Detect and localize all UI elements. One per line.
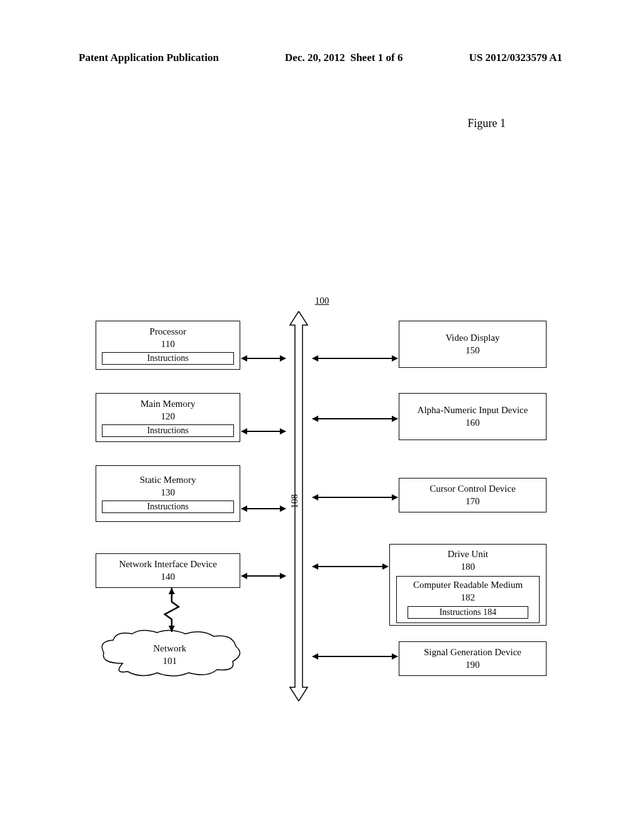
static-memory-instructions: Instructions (102, 501, 234, 513)
signal-gen-num: 190 (465, 659, 480, 672)
static-memory-num: 130 (161, 487, 175, 499)
network-title: Network (97, 643, 242, 655)
drive-unit-num: 180 (461, 561, 475, 573)
medium-title: Computer Readable Medium (413, 579, 523, 592)
figure-label: Figure 1 (468, 117, 506, 130)
video-display-block: Video Display 150 (399, 321, 547, 368)
processor-title: Processor (150, 326, 186, 338)
processor-num: 110 (161, 338, 175, 351)
network-link-icon (162, 588, 181, 632)
signal-gen-title: Signal Generation Device (424, 646, 521, 659)
signal-gen-block: Signal Generation Device 190 (399, 641, 547, 676)
connector-icon (313, 656, 397, 657)
connector-icon (242, 575, 286, 577)
patent-number: US 2012/0323579 A1 (469, 52, 562, 64)
video-display-num: 150 (465, 345, 480, 357)
alpha-numeric-num: 160 (465, 417, 480, 429)
svg-marker-1 (169, 588, 175, 594)
alpha-numeric-block: Alpha-Numeric Input Device 160 (399, 393, 547, 440)
static-memory-title: Static Memory (140, 474, 196, 487)
main-memory-instructions: Instructions (102, 424, 234, 437)
cursor-control-title: Cursor Control Device (430, 483, 516, 495)
connector-icon (242, 358, 286, 359)
network-label: Network 101 (97, 643, 242, 667)
static-memory-block: Static Memory 130 Instructions (96, 465, 240, 522)
medium-block: Computer Readable Medium 182 Instruction… (396, 576, 540, 623)
main-memory-title: Main Memory (140, 398, 195, 411)
network-interface-block: Network Interface Device 140 (96, 553, 240, 588)
cursor-control-num: 170 (465, 495, 480, 508)
connector-icon (313, 358, 397, 359)
bus-label: 108 (289, 494, 300, 509)
connector-icon (313, 497, 397, 498)
page-header: Patent Application Publication Dec. 20, … (0, 52, 644, 64)
medium-num: 182 (461, 592, 475, 604)
drive-unit-title: Drive Unit (448, 548, 489, 561)
network-interface-title: Network Interface Device (119, 558, 217, 571)
alpha-numeric-title: Alpha-Numeric Input Device (418, 404, 528, 417)
main-memory-block: Main Memory 120 Instructions (96, 393, 240, 442)
processor-block: Processor 110 Instructions (96, 321, 240, 370)
network-num: 101 (97, 655, 242, 668)
video-display-title: Video Display (445, 332, 499, 345)
connector-icon (313, 418, 397, 419)
system-label: 100 (315, 296, 330, 306)
publication-label: Patent Application Publication (79, 52, 219, 64)
connector-icon (313, 566, 388, 567)
processor-instructions: Instructions (102, 352, 234, 365)
drive-unit-block: Drive Unit 180 Computer Readable Medium … (389, 544, 547, 626)
instructions-184: Instructions 184 (408, 606, 528, 619)
network-interface-num: 140 (161, 571, 175, 584)
connector-icon (242, 508, 286, 509)
publication-date: Dec. 20, 2012 Sheet 1 of 6 (285, 52, 402, 64)
cursor-control-block: Cursor Control Device 170 (399, 478, 547, 512)
main-memory-num: 120 (161, 411, 175, 423)
connector-icon (242, 431, 286, 432)
